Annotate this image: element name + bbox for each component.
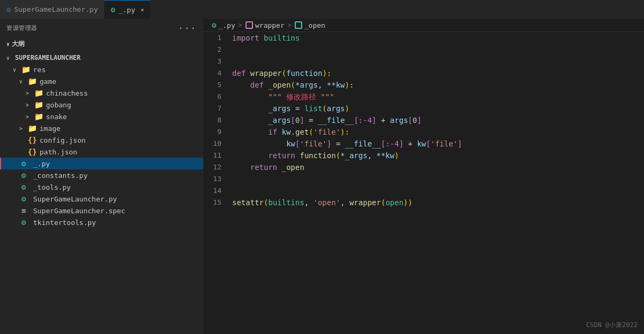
sidebar-item-spec[interactable]: ≡ SuperGameLauncher.spec (0, 205, 203, 216)
arrow-res: ∨ (13, 67, 21, 73)
wrapper-cube-icon (246, 21, 253, 29)
open-cube-icon (295, 21, 302, 29)
bc-py-icon: ⚙ (212, 21, 216, 29)
tree-root: ∨ SUPERGAMELAUNCHER ∨ 📁 res ∨ 📁 game (0, 51, 203, 229)
line-num-12: 12 (203, 161, 230, 173)
gobang-label: gobang (46, 101, 71, 109)
bc-open-label: _open (304, 21, 325, 29)
sidebar: 资源管理器 ··· 大纲 ∨ SUPERGAMELAUNCHER ∨ 📁 res (0, 19, 203, 334)
breadcrumb-sep2: > (288, 21, 292, 29)
sidebar-item-snake[interactable]: > 📁 snake (0, 111, 203, 122)
line-num-14: 14 (203, 185, 230, 197)
line-num-7: 7 (203, 103, 230, 114)
code-line-9: 9 if kw.get('file'): (203, 126, 644, 138)
folder-icon-game: 📁 (28, 77, 37, 86)
tree-item-root[interactable]: ∨ SUPERGAMELAUNCHER (0, 52, 203, 64)
line-code-7: _args = list(args) (230, 103, 644, 114)
arrow-game: ∨ (19, 79, 28, 84)
sidebar-item-py[interactable]: ⚙ _.py (0, 158, 203, 169)
line-num-1: 1 (203, 32, 230, 44)
line-num-8: 8 (203, 114, 230, 126)
spec-icon: ≡ (21, 206, 31, 215)
py-file-icon: ⚙ (6, 5, 11, 14)
folder-icon-image: 📁 (28, 124, 37, 133)
watermark: CSDN @小康2022 (586, 321, 638, 330)
line-num-11: 11 (203, 150, 230, 161)
line-code-3 (230, 56, 644, 67)
tab-close-button[interactable]: ✕ (141, 6, 144, 13)
constants-icon: ⚙ (21, 171, 31, 180)
line-num-3: 3 (203, 56, 230, 67)
file-tree: ∨ SUPERGAMELAUNCHER ∨ 📁 res ∨ 📁 game (0, 51, 203, 334)
outline-section[interactable]: 大纲 (0, 37, 203, 51)
code-line-3: 3 (203, 56, 644, 67)
line-code-2 (230, 44, 644, 56)
tools-label: _tools.py (33, 183, 71, 191)
code-line-12: 12 return _open (203, 161, 644, 173)
json-icon-path: {} (28, 147, 37, 156)
folder-icon: 📁 (21, 65, 31, 74)
py-label: _.py (33, 160, 50, 168)
code-editor[interactable]: 1 import builtins 2 3 4 (203, 32, 644, 334)
code-line-10: 10 kw['file'] = __file__[:-4] + kw['file… (203, 138, 644, 150)
line-num-13: 13 (203, 173, 230, 185)
tkinter-icon: ⚙ (21, 218, 31, 227)
sidebar-header: 资源管理器 ··· (0, 19, 203, 37)
line-code-13 (230, 173, 644, 185)
line-num-4: 4 (203, 67, 230, 79)
sidebar-title: 资源管理器 (6, 24, 37, 32)
supergame-icon: ⚙ (21, 195, 31, 203)
sidebar-item-constants[interactable]: ⚙ _constants.py (0, 169, 203, 181)
game-label: game (40, 77, 56, 86)
folder-icon-gobang: 📁 (34, 100, 44, 109)
line-code-12: return _open (230, 161, 644, 173)
sidebar-item-tools[interactable]: ⚙ _tools.py (0, 181, 203, 193)
code-line-8: 8 _args[0] = __file__[:-4] + args[0] (203, 114, 644, 126)
line-code-15: setattr(builtins, 'open', wrapper(open)) (230, 197, 644, 208)
tab-py[interactable]: ⚙ _.py ✕ (104, 0, 150, 19)
line-code-14 (230, 185, 644, 197)
line-num-6: 6 (203, 91, 230, 103)
sidebar-item-supergame[interactable]: ⚙ SuperGameLauncher.py (0, 193, 203, 205)
bc-py-label: _.py (218, 21, 235, 29)
tab-supergamelauncher[interactable]: ⚙ SuperGameLauncher.py (0, 0, 104, 19)
editor-area: ⚙ _.py > wrapper > _open 1 imp (203, 19, 644, 334)
line-num-5: 5 (203, 79, 230, 91)
sidebar-more-button[interactable]: ··· (178, 23, 197, 33)
json-icon-config: {} (28, 136, 37, 144)
breadcrumb-sep1: > (239, 21, 242, 29)
line-code-4: def wrapper(function): (230, 67, 644, 79)
py-icon-sidebar: ⚙ (21, 159, 31, 168)
code-line-11: 11 return function(*_args, **kw) (203, 150, 644, 161)
line-num-9: 9 (203, 126, 230, 138)
path-json-label: path.json (40, 148, 77, 156)
collapse-arrow: ∨ (6, 55, 15, 61)
tools-icon: ⚙ (21, 183, 31, 191)
sidebar-item-image[interactable]: > 📁 image (0, 122, 203, 134)
arrow-chinachess: > (26, 90, 34, 96)
line-code-9: if kw.get('file'): (230, 126, 644, 138)
sidebar-item-res[interactable]: ∨ 📁 res (0, 64, 203, 75)
py-file-icon-2: ⚙ (111, 5, 115, 14)
chinachess-label: chinachess (46, 89, 88, 97)
tkinter-label: tkintertools.py (33, 219, 96, 227)
sidebar-item-config-json[interactable]: {} config.json (0, 134, 203, 146)
sidebar-item-chinachess[interactable]: > 📁 chinachess (0, 87, 203, 99)
line-num-2: 2 (203, 44, 230, 56)
code-line-15: 15 setattr(builtins, 'open', wrapper(ope… (203, 197, 644, 208)
breadcrumb: ⚙ _.py > wrapper > _open (203, 19, 644, 32)
code-line-7: 7 _args = list(args) (203, 103, 644, 114)
code-table: 1 import builtins 2 3 4 (203, 32, 644, 208)
line-code-1: import builtins (230, 32, 644, 44)
image-label: image (40, 125, 60, 133)
sidebar-item-path-json[interactable]: {} path.json (0, 146, 203, 158)
sidebar-item-tkinter[interactable]: ⚙ tkintertools.py (0, 216, 203, 228)
sidebar-item-gobang[interactable]: > 📁 gobang (0, 99, 203, 111)
line-code-8: _args[0] = __file__[:-4] + args[0] (230, 114, 644, 126)
sidebar-item-game[interactable]: ∨ 📁 game (0, 75, 203, 87)
main-layout: 资源管理器 ··· 大纲 ∨ SUPERGAMELAUNCHER ∨ 📁 res (0, 19, 644, 334)
arrow-gobang: > (26, 102, 34, 108)
code-line-13: 13 (203, 173, 644, 185)
res-label: res (33, 66, 45, 74)
line-code-11: return function(*_args, **kw) (230, 150, 644, 161)
